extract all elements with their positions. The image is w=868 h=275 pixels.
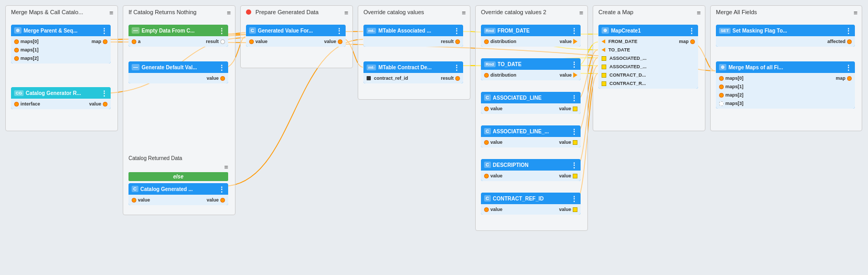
port-dot-in[interactable]: [719, 93, 724, 98]
port-row: value: [128, 74, 228, 82]
port-tri-out[interactable]: [573, 72, 577, 78]
node-generated-value-header[interactable]: C Generated Value For... ⋮: [246, 25, 346, 36]
to-date-menu[interactable]: ⋮: [571, 60, 577, 68]
node-associated-line2-header[interactable]: C ASSOCIATED_LINE_... ⋮: [481, 125, 581, 137]
port-tri-out[interactable]: [573, 39, 577, 44]
node-empty-data-header[interactable]: — Empty Data From C... ⋮: [128, 25, 228, 36]
port-dot-out[interactable]: [220, 76, 225, 81]
node-contract-ref-id-header[interactable]: C CONTRACT_REF_ID ⋮: [481, 193, 581, 204]
map-create1-ports: FROM_DATE map TO_DATE ASSOCIATED_... ASS…: [598, 36, 698, 89]
node-description-header[interactable]: C DESCRIPTION ⋮: [481, 159, 581, 171]
group-prepare-menu[interactable]: ≡: [344, 9, 348, 17]
catalog-gen-icon: CG: [14, 90, 24, 96]
catalog-gen-menu[interactable]: ⋮: [101, 89, 108, 97]
mtable-contract-menu[interactable]: ⋮: [453, 64, 460, 71]
node-map-create1-header[interactable]: ⊕ MapCreate1 ⋮: [598, 25, 698, 36]
merge-maps-all-ports: maps[0] map maps[1] maps[2] maps[3]: [716, 73, 855, 109]
port-dot-in[interactable]: [484, 140, 489, 145]
group-merge-all-menu[interactable]: ≡: [853, 9, 858, 17]
from-date-icon: Rnd: [484, 28, 496, 34]
map-create1-menu[interactable]: ⋮: [688, 27, 695, 35]
port-dot-in[interactable]: [719, 101, 724, 106]
port-dot-out[interactable]: [103, 102, 108, 107]
node-from-date-header[interactable]: Rnd FROM_DATE ⋮: [481, 25, 581, 36]
port-dot-out[interactable]: [338, 39, 342, 44]
node-mtable-associated-header[interactable]: mt- MTable Associated ... ⋮: [363, 25, 463, 36]
node-catalog-gen-header[interactable]: CG Catalog Generator R... ⋮: [11, 87, 111, 99]
port-dot-out[interactable]: [847, 39, 852, 44]
port-square-out[interactable]: [573, 140, 577, 145]
port-dot-in[interactable]: [719, 84, 724, 89]
port-dot-in[interactable]: [484, 174, 489, 178]
set-masking-ports: affected: [716, 36, 855, 47]
generate-default-menu[interactable]: ⋮: [218, 64, 225, 71]
port-dot-out[interactable]: [220, 198, 225, 203]
port-dot-in[interactable]: [484, 207, 489, 212]
port-dot-out[interactable]: [455, 39, 460, 44]
port-label: value: [559, 173, 571, 178]
port-dot-in[interactable]: [249, 39, 254, 44]
port-dot-in[interactable]: [14, 39, 19, 44]
empty-data-menu[interactable]: ⋮: [218, 27, 225, 35]
group-override2-menu[interactable]: ≡: [579, 9, 583, 17]
port-label: CONTRACT_D...: [609, 72, 646, 78]
port-square-out[interactable]: [573, 207, 577, 212]
group-override1-menu[interactable]: ≡: [462, 9, 466, 17]
port-dot-out[interactable]: [847, 76, 852, 81]
port-row: value value: [481, 104, 581, 113]
port-row: maps[0] map: [11, 37, 111, 46]
port-label: affected: [827, 39, 845, 44]
contract-ref-id-menu[interactable]: ⋮: [571, 195, 577, 203]
port-dot-in[interactable]: [132, 39, 136, 44]
from-date-menu[interactable]: ⋮: [571, 27, 577, 35]
node-to-date-header[interactable]: Rnd TO_DATE ⋮: [481, 58, 581, 70]
description-title: DESCRIPTION: [493, 162, 569, 168]
port-dot-in[interactable]: [719, 76, 724, 81]
port-dot-in[interactable]: [484, 73, 489, 78]
port-row: ASSOCIATED_...: [598, 54, 698, 62]
catalog-gen-title: Catalog Generator R...: [26, 90, 99, 96]
node-mtable-contract: mt- MTable Contract De... ⋮ contract_ref…: [363, 61, 463, 83]
port-dot-out[interactable]: [455, 76, 460, 81]
node-merge-parent-header[interactable]: ⊕ Merge Parent & Seq... ⋮: [11, 25, 111, 36]
node-associated-line-header[interactable]: C ASSOCIATED_LINE ⋮: [481, 92, 581, 103]
set-masking-menu[interactable]: ⋮: [845, 27, 852, 35]
node-generate-default-header[interactable]: — Generate Default Val... ⋮: [128, 61, 228, 73]
port-dot-in[interactable]: [132, 198, 136, 203]
port-dot-out[interactable]: [690, 39, 695, 44]
port-label: value: [560, 72, 572, 78]
node-catalog-generated-header[interactable]: C Catalog Generated ... ⋮: [128, 183, 228, 195]
port-row: maps[1]: [11, 46, 111, 54]
port-square-out[interactable]: [573, 107, 577, 111]
mtable-associated-menu[interactable]: ⋮: [453, 27, 460, 35]
group-override2-title: Override catalog values 2: [481, 9, 546, 15]
port-dot-in[interactable]: [484, 39, 489, 44]
set-masking-icon: SET: [719, 28, 731, 34]
port-dot-in[interactable]: [14, 102, 19, 107]
merge-maps-all-title: Merge Maps of all Fi...: [728, 65, 843, 70]
catalog-generated-menu[interactable]: ⋮: [218, 185, 225, 193]
catalog-returned-menu-icon[interactable]: ≡: [224, 163, 228, 171]
port-dot-in[interactable]: [14, 56, 19, 61]
port-dot-in[interactable]: [484, 107, 489, 111]
port-dot-in[interactable]: [14, 48, 19, 52]
associated-line-menu[interactable]: ⋮: [571, 94, 577, 102]
map-create1-icon: ⊕: [602, 27, 609, 34]
merge-parent-menu[interactable]: ⋮: [101, 27, 108, 35]
generated-value-menu[interactable]: ⋮: [336, 27, 342, 35]
node-mtable-contract-header[interactable]: mt- MTable Contract De... ⋮: [363, 61, 463, 73]
group-if-catalog-menu[interactable]: ≡: [227, 9, 231, 17]
node-set-masking-header[interactable]: SET Set Masking Flag To... ⋮: [716, 25, 855, 36]
node-merge-maps-all-header[interactable]: ⊕ Merge Maps of all Fi... ⋮: [716, 61, 855, 73]
port-tri-in: [602, 39, 605, 44]
group-merge-maps-menu[interactable]: ≡: [109, 9, 113, 17]
merge-maps-all-menu[interactable]: ⋮: [845, 64, 852, 71]
port-row: maps[1]: [716, 82, 855, 91]
group-create-map-menu[interactable]: ≡: [696, 9, 701, 17]
associated-line2-menu[interactable]: ⋮: [571, 128, 577, 135]
port-dot-out[interactable]: [220, 39, 225, 44]
port-dot-out[interactable]: [103, 39, 108, 44]
description-menu[interactable]: ⋮: [571, 161, 577, 169]
group-if-catalog-title: If Catalog Returns Nothing: [128, 9, 197, 15]
port-square-out[interactable]: [573, 174, 577, 178]
